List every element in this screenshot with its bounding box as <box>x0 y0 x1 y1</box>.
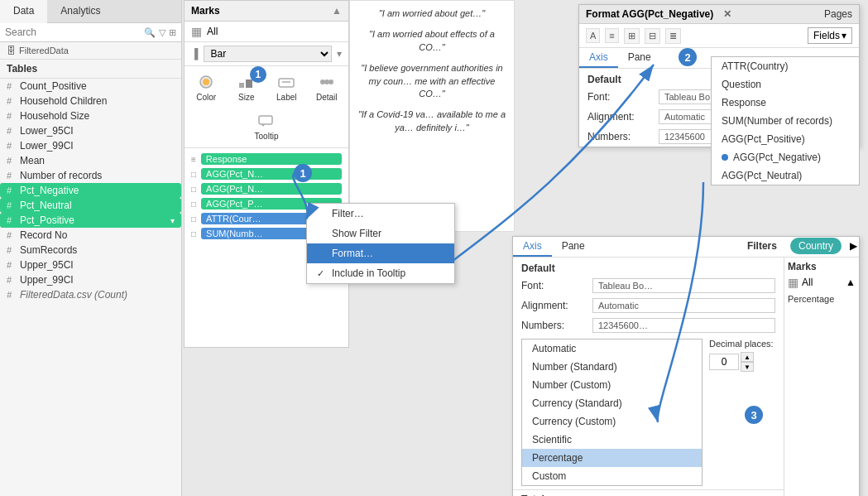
pane-tab-bottom[interactable]: Pane <box>552 237 595 257</box>
context-menu-show-filter[interactable]: Show Filter <box>307 224 454 243</box>
chevron-down-icon: ▾ <box>842 30 846 41</box>
number-format-auto[interactable]: Automatic <box>522 339 702 358</box>
bar-chart-icon: ▐ <box>191 48 199 60</box>
svg-rect-2 <box>239 83 244 88</box>
country-filter-tag[interactable]: Country <box>790 238 842 254</box>
list-item[interactable]: #SumRecords <box>0 243 181 258</box>
number-format-custom2[interactable]: Custom <box>522 467 702 485</box>
list-item[interactable]: #Mean <box>0 153 181 168</box>
list-item-pct-negative[interactable]: #Pct_Negative <box>0 183 181 198</box>
fields-list-item-response[interactable]: Response <box>712 94 859 112</box>
hash-icon: # <box>7 111 15 121</box>
fields-list-item-question[interactable]: Question <box>712 75 859 94</box>
svg-rect-4 <box>279 79 294 87</box>
dropdown-icon: ▾ <box>337 48 342 60</box>
tables-header: Tables <box>0 60 181 79</box>
expand-icon-bottom: ▲ <box>846 277 856 288</box>
fields-list-item-pct-neg[interactable]: AGG(Pct_Negative) <box>712 148 859 166</box>
grid-btn[interactable]: ⊞ <box>624 28 640 44</box>
number-format-currency-custom[interactable]: Currency (Custom) <box>522 412 702 431</box>
svg-point-1 <box>203 79 209 85</box>
decimal-up-btn[interactable]: ▲ <box>741 352 754 362</box>
align-btn[interactable]: ≡ <box>605 28 618 43</box>
context-menu-filter[interactable]: Filter… <box>307 204 454 224</box>
context-menu: Filter… Show Filter Format… ✓ Include in… <box>306 203 455 284</box>
field-icon: □ <box>191 170 196 179</box>
filters-label: Filters <box>741 237 784 257</box>
grid-icon: ⊞ <box>169 27 176 38</box>
database-icon: 🗄 <box>7 46 16 55</box>
field-icon: □ <box>191 214 196 224</box>
marks-type-select[interactable]: Bar <box>204 46 332 62</box>
list-item-pct-positive[interactable]: #Pct_Positive▾ <box>0 213 181 228</box>
lines-btn[interactable]: ≣ <box>665 28 681 44</box>
totals-row: Totals <box>513 489 784 496</box>
hash-icon: # <box>7 260 15 270</box>
number-format-custom[interactable]: Number (Custom) <box>522 376 702 394</box>
tooltip-button[interactable]: Tooltip <box>255 112 279 141</box>
pane-tab[interactable]: Pane <box>618 48 661 68</box>
label-icon <box>275 73 298 91</box>
decimal-down-btn[interactable]: ▼ <box>741 362 754 372</box>
marks-header: Marks ▲ <box>185 1 348 22</box>
field-tag[interactable]: AGG(Pct_N… <box>201 168 342 180</box>
search-input[interactable] <box>5 26 141 38</box>
context-menu-tooltip[interactable]: ✓ Include in Tooltip <box>307 263 454 283</box>
minus-btn[interactable]: ⊟ <box>645 28 660 44</box>
color-button[interactable]: Color <box>194 73 218 102</box>
list-item[interactable]: #Upper_95CI <box>0 258 181 272</box>
fields-list-item-country[interactable]: ATTR(Country) <box>712 57 859 75</box>
fields-dropdown[interactable]: Fields ▾ <box>808 27 852 44</box>
axis-tab[interactable]: Axis <box>579 48 618 68</box>
format-panel-top-header: Format AGG(Pct_Negative) ✕ Pages <box>579 5 859 24</box>
numbers-value-bottom[interactable]: 12345600… <box>592 318 775 333</box>
badge-1: 1 <box>250 66 266 83</box>
field-tag[interactable]: AGG(Pct_N… <box>201 183 342 195</box>
fields-list-item-pct-neu[interactable]: AGG(Pct_Neutral) <box>712 166 859 185</box>
decimal-input[interactable] <box>709 354 739 370</box>
hash-icon: # <box>7 245 15 255</box>
list-item-pct-neutral[interactable]: #Pct_Neutral <box>0 198 181 213</box>
list-item[interactable]: #Upper_99CI <box>0 272 181 287</box>
expand-icon[interactable]: ▲ <box>332 5 342 17</box>
tooltip-icon <box>255 112 278 130</box>
number-format-std[interactable]: Number (Standard) <box>522 358 702 376</box>
align-value-bottom[interactable]: Automatic <box>592 298 775 313</box>
list-item[interactable]: #Lower_95CI <box>0 123 181 138</box>
size-button[interactable]: Size 1 <box>235 73 258 102</box>
quote-2: "I am worried about effects of a CO…" <box>357 28 507 54</box>
quote-3: "I believe government authorities in my … <box>357 62 507 100</box>
number-format-currency-std[interactable]: Currency (Standard) <box>522 394 702 412</box>
fields-list-item-sum[interactable]: SUM(Number of records) <box>712 112 859 130</box>
field-icon: ≡ <box>191 155 196 164</box>
field-tag[interactable]: Response <box>201 153 342 165</box>
hash-icon: # <box>7 141 15 151</box>
list-item[interactable]: #Count_Positive <box>0 79 181 94</box>
hash-icon: # <box>7 171 15 181</box>
marks-all-icon: ▦ <box>191 25 202 38</box>
list-item[interactable]: #Number of records <box>0 168 181 183</box>
label-button[interactable]: Label <box>275 73 298 102</box>
list-item[interactable]: #Household Size <box>0 108 181 123</box>
number-format-scientific[interactable]: Scientific <box>522 431 702 449</box>
tab-analytics[interactable]: Analytics <box>47 0 113 22</box>
axis-tab-bottom[interactable]: Axis <box>513 237 552 257</box>
bold-btn[interactable]: A <box>586 28 600 43</box>
close-icon[interactable]: ✕ <box>723 8 731 20</box>
list-item[interactable]: #Lower_99CI <box>0 138 181 153</box>
filtered-data-label: FilteredData <box>19 46 69 55</box>
marks-title: Marks <box>191 5 220 17</box>
context-menu-format[interactable]: Format… <box>307 243 454 263</box>
tab-data[interactable]: Data <box>0 0 47 23</box>
list-item[interactable]: #Record No <box>0 228 181 243</box>
color-icon <box>194 73 218 91</box>
list-item[interactable]: #FilteredData.csv (Count) <box>0 287 181 302</box>
fields-list-item-pct-pos[interactable]: AGG(Pct_Positive) <box>712 130 859 148</box>
detail-icon <box>315 73 338 91</box>
number-format-percentage[interactable]: Percentage <box>522 449 702 467</box>
detail-button[interactable]: Detail <box>315 73 338 102</box>
font-value-bottom[interactable]: Tableau Bo… <box>592 278 775 293</box>
list-item[interactable]: #Household Children <box>0 94 181 108</box>
checkmark-icon: ✓ <box>317 268 327 279</box>
marks-all-label-bottom: All <box>802 277 813 288</box>
